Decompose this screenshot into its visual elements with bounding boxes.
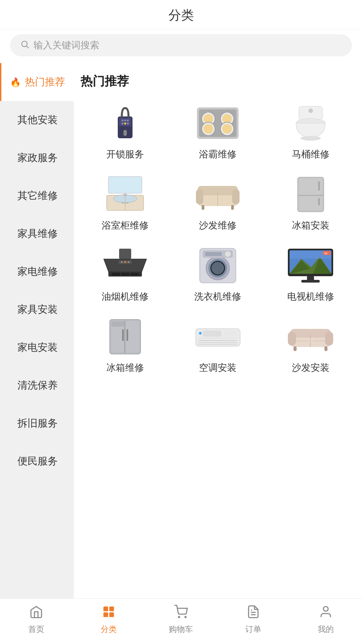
svg-rect-38	[202, 205, 204, 210]
sidebar-item-furniture-repair[interactable]: 家具维修	[0, 215, 74, 253]
sidebar-item-furniture-install[interactable]: 家具安装	[0, 291, 74, 329]
svg-point-20	[222, 124, 232, 134]
nav-label-orders: 订单	[245, 624, 261, 635]
category-grid: 开锁服务	[81, 100, 355, 378]
nav-item-home[interactable]: 首页	[0, 605, 72, 635]
grid-item-fridge-repair[interactable]: 冰箱维修	[81, 313, 170, 378]
nav-item-cart[interactable]: 购物车	[145, 605, 217, 635]
svg-point-18	[204, 124, 213, 134]
grid-item-fridge-install[interactable]: 冰箱安装	[266, 171, 355, 235]
svg-point-6	[127, 119, 129, 121]
nav-item-orders[interactable]: 订单	[217, 605, 290, 635]
washer-label: 洗衣机维修	[194, 290, 241, 303]
sidebar-item-label: 热门推荐	[25, 76, 65, 87]
sidebar-item-cleaning[interactable]: 清洗保养	[0, 366, 74, 404]
header: 分类	[0, 0, 362, 29]
svg-point-4	[121, 119, 123, 121]
mine-icon	[319, 605, 333, 621]
svg-point-91	[199, 332, 202, 335]
orders-icon	[246, 605, 260, 621]
cart-icon	[174, 605, 188, 621]
fire-icon: 🔥	[10, 77, 21, 87]
svg-rect-102	[103, 606, 108, 611]
svg-rect-49	[112, 273, 120, 276]
sidebar-item-home-service[interactable]: 家政服务	[0, 139, 74, 177]
svg-rect-103	[109, 606, 114, 611]
bath-cabinet-label: 浴室柜维修	[102, 219, 149, 232]
svg-text:4K: 4K	[324, 252, 328, 255]
tv-image: 4K	[286, 245, 335, 286]
sidebar-item-demolish[interactable]: 拆旧服务	[0, 404, 74, 442]
grid-item-sofa-install[interactable]: 沙发安装	[266, 313, 355, 378]
bath-fan-image	[194, 103, 242, 143]
sidebar-item-appliance-repair[interactable]: 家电维修	[0, 253, 74, 291]
svg-rect-50	[121, 273, 130, 276]
sidebar-item-hot[interactable]: 🔥 热门推荐	[0, 63, 74, 101]
grid-item-sofa-repair[interactable]: 沙发维修	[173, 171, 262, 235]
svg-rect-47	[119, 249, 131, 259]
grid-item-toilet[interactable]: 马桶维修	[266, 100, 355, 164]
category-area: 热门推荐	[74, 63, 362, 598]
svg-point-24	[309, 109, 313, 113]
sidebar-item-label: 家具安装	[17, 304, 58, 315]
svg-rect-30	[126, 202, 128, 203]
page-title: 分类	[168, 8, 194, 22]
tv-label: 电视机维修	[287, 290, 334, 303]
svg-point-61	[212, 262, 224, 274]
nav-label-mine: 我的	[318, 624, 334, 635]
ac-install-label: 空调安装	[199, 361, 237, 374]
svg-line-1	[27, 46, 29, 48]
sidebar-item-civil[interactable]: 便民服务	[0, 442, 74, 480]
grid-item-bath-fan[interactable]: 浴霸维修	[173, 100, 262, 164]
nav-label-category: 分类	[101, 624, 117, 635]
toilet-image	[286, 103, 335, 143]
svg-point-54	[124, 261, 126, 263]
svg-rect-10	[123, 130, 127, 136]
svg-rect-25	[108, 177, 142, 193]
section-title: 热门推荐	[81, 73, 355, 90]
svg-rect-29	[122, 202, 124, 203]
grid-item-ac-install[interactable]: 空调安装	[173, 313, 262, 378]
sidebar-item-label: 清洗保养	[17, 380, 58, 391]
nav-item-mine[interactable]: 我的	[290, 605, 362, 635]
grid-item-washer[interactable]: 洗衣机维修	[173, 242, 262, 306]
main-content: 🔥 热门推荐 其他安装 家政服务 其它维修 家具维修 家电维修 家具安装 家电安…	[0, 63, 362, 598]
svg-rect-3	[119, 118, 131, 126]
svg-rect-82	[126, 329, 128, 341]
nav-label-cart: 购物车	[169, 624, 193, 635]
fridge-repair-image	[101, 316, 150, 357]
svg-point-8	[124, 122, 126, 125]
grid-item-range-hood[interactable]: 油烟机维修	[81, 242, 170, 306]
svg-point-107	[185, 616, 187, 618]
svg-rect-104	[103, 612, 108, 617]
sidebar-item-label: 其它维修	[17, 190, 58, 201]
svg-rect-35	[196, 189, 203, 204]
sidebar-item-label: 其他安装	[17, 114, 58, 125]
search-input-wrap[interactable]: 输入关键词搜索	[10, 34, 352, 56]
search-placeholder-text: 输入关键词搜索	[34, 39, 99, 52]
grid-item-tv[interactable]: 4K 电视机维修	[266, 242, 355, 306]
range-hood-label: 油烟机维修	[102, 290, 149, 303]
sidebar-item-other-repair[interactable]: 其它维修	[0, 177, 74, 215]
lock-label: 开锁服务	[106, 148, 144, 161]
toilet-label: 马桶维修	[292, 148, 329, 161]
svg-rect-36	[232, 189, 240, 204]
grid-item-bath-cabinet[interactable]: 浴室柜维修	[81, 171, 170, 235]
fridge-install-label: 冰箱安装	[292, 219, 329, 232]
search-bar: 输入关键词搜索	[0, 29, 362, 63]
svg-rect-51	[131, 273, 139, 276]
sidebar-item-label: 家电安装	[17, 342, 58, 353]
sidebar-item-other-install[interactable]: 其他安装	[0, 101, 74, 139]
bath-cabinet-image	[101, 174, 150, 214]
svg-rect-100	[294, 346, 297, 351]
svg-rect-74	[307, 276, 314, 280]
fridge-repair-label: 冰箱维修	[106, 361, 144, 374]
svg-rect-90	[224, 331, 237, 337]
nav-item-category[interactable]: 分类	[72, 605, 145, 635]
sidebar-item-label: 家具维修	[17, 228, 58, 239]
svg-rect-46	[299, 196, 322, 210]
sidebar-item-label: 家电维修	[17, 266, 58, 277]
sidebar-item-appliance-install[interactable]: 家电安装	[0, 329, 74, 366]
grid-item-lock[interactable]: 开锁服务	[81, 100, 170, 164]
home-icon	[29, 605, 43, 621]
